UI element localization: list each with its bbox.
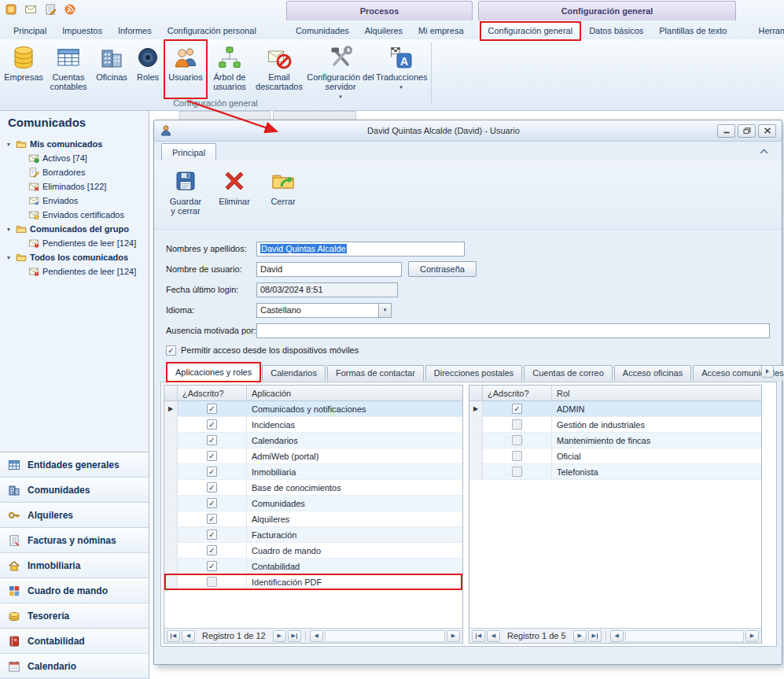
nav-item-entidades-generales[interactable]: Entidades generales (0, 452, 149, 478)
nav-item-contabilidad[interactable]: Contabilidad (0, 629, 149, 654)
column-header-adscrito[interactable]: ¿Adscrito? (178, 386, 247, 400)
grid-row-admin[interactable]: ▶✓ADMIN (469, 401, 761, 417)
grid-row-gesti-n-de-industriales[interactable]: Gestión de industriales (469, 417, 761, 433)
grid-row-telefonista[interactable]: Telefonista (469, 464, 761, 480)
row-checkbox[interactable]: ✓ (207, 404, 217, 414)
tree-item-pendientes-de-leer-124[interactable]: Pendientes de leer [124] (0, 236, 149, 250)
ribbon-tab-principal[interactable]: Principal (6, 23, 53, 39)
quick-access-button[interactable] (63, 2, 77, 17)
tree-item-mis-comunicados[interactable]: ▼Mis comunicados (0, 137, 149, 151)
nav-item-facturas-y-n-minas[interactable]: Facturas y nóminas (0, 528, 149, 553)
ribbon-tab-informes[interactable]: Informes (111, 23, 159, 39)
ribbon-button-empresas[interactable]: Empresas (3, 41, 44, 98)
pager-scroll-right-button[interactable]: ▶ (745, 630, 759, 642)
row-checkbox[interactable]: ✓ (207, 451, 217, 461)
ribbon-button-traducciones[interactable]: ATraducciones▼ (376, 41, 426, 98)
row-checkbox[interactable] (512, 451, 522, 461)
column-header-adscrito[interactable]: ¿Adscrito? (483, 386, 552, 400)
ribbon-tab-datos-b-sicos[interactable]: Datos básicos (582, 23, 650, 39)
quick-access-button[interactable] (4, 2, 18, 17)
pager-prev-button[interactable]: ◀ (182, 630, 195, 642)
nav-item-tesorer-a[interactable]: Tesorería (0, 603, 149, 629)
ausencia-motivada-por-input[interactable] (256, 323, 770, 338)
nav-item-calendario[interactable]: Calendario (0, 654, 149, 679)
nombres-y-apellidos-input[interactable]: David Quintas Alcalde (256, 242, 465, 256)
tab-cuentas-de-correo[interactable]: Cuentas de correo (524, 365, 613, 381)
pager-last-button[interactable]: ▶ (288, 630, 301, 642)
ribbon-tab-alquileres[interactable]: Alquileres (358, 23, 410, 39)
ribbon-tab-comunidades[interactable]: Comunidades (289, 23, 356, 39)
ribbon-tab-impuestos[interactable]: Impuestos (55, 23, 109, 39)
grid-row-base-de-conocimientos[interactable]: ✓Base de conocimientos (164, 480, 462, 496)
window-restore-button[interactable] (738, 124, 756, 138)
grid-row-contabilidad[interactable]: ✓Contabilidad (164, 559, 462, 574)
collapse-button[interactable] (756, 146, 771, 157)
row-checkbox[interactable]: ✓ (207, 530, 217, 540)
row-checkbox[interactable]: ✓ (512, 404, 522, 414)
row-checkbox[interactable]: ✓ (207, 435, 217, 445)
pager-prev-button[interactable]: ◀ (487, 630, 500, 642)
tree-item-eliminados-122[interactable]: Eliminados [122] (0, 179, 149, 194)
row-checkbox[interactable]: ✓ (207, 545, 217, 555)
tab-principal[interactable]: Principal (161, 143, 216, 161)
pager-last-button[interactable]: ▶ (588, 630, 602, 642)
ribbon-button-oficinas[interactable]: Oficinas (93, 41, 131, 98)
grid-row-admiweb-portal[interactable]: ✓AdmiWeb (portal) (164, 448, 462, 464)
toolbar-button-guardar-y-cerrar[interactable]: Guardar y cerrar (164, 165, 208, 229)
pager-scroll-right-button[interactable]: ▶ (447, 630, 460, 642)
row-checkbox[interactable] (512, 435, 522, 445)
ribbon-button-roles[interactable]: Roles (132, 41, 164, 98)
quick-access-button[interactable] (24, 2, 38, 17)
ribbon-button-cuentas-contables[interactable]: Cuentas contables (46, 41, 91, 98)
ribbon-button-email-descartados[interactable]: Email descartados (253, 41, 305, 98)
combo-dropdown-icon[interactable]: ▼ (378, 304, 391, 317)
ribbon-button-usuarios[interactable]: Usuarios (165, 41, 206, 98)
row-checkbox[interactable]: ✓ (207, 498, 217, 508)
row-checkbox[interactable]: ✓ (207, 561, 217, 571)
tree-item-comunicados-del-grupo[interactable]: ▼Comunicados del grupo (0, 222, 149, 236)
pager-scrollbar[interactable] (325, 630, 445, 642)
row-checkbox[interactable]: ✓ (207, 514, 217, 524)
grid-row-inmobiliaria[interactable]: ✓Inmobiliaria (164, 464, 462, 480)
pager-next-button[interactable]: ▶ (573, 630, 587, 642)
row-checkbox[interactable]: ✓ (207, 482, 217, 493)
tab-direcciones-postales[interactable]: Direcciones postales (425, 365, 523, 381)
row-checkbox[interactable]: ✓ (207, 467, 217, 477)
idioma-input[interactable]: Castellano▼ (256, 303, 392, 318)
grid-row-facturaci-n[interactable]: ✓Facturación (164, 527, 462, 543)
tree-item-todos-los-comunicados[interactable]: ▼Todos los comunicados (0, 250, 149, 264)
tab-formas-de-contactar[interactable]: Formas de contactar (327, 365, 424, 381)
window-close-button[interactable] (758, 124, 776, 138)
grid-row-mantenimiento-de-fincas[interactable]: Mantenimiento de fincas (469, 433, 761, 448)
ribbon-button-configuraci-n-del-servidor[interactable]: Configuración del servidor▼ (307, 41, 374, 101)
tree-item-borradores[interactable]: Borradores (0, 165, 149, 179)
grid-row-calendarios[interactable]: ✓Calendarios (164, 433, 462, 448)
nav-item-comunidades[interactable]: Comunidades (0, 478, 149, 503)
grid-row-oficial[interactable]: Oficial (469, 448, 761, 464)
grid-row-identificaci-n-pdf[interactable]: Identificación PDF (164, 574, 462, 590)
ribbon-tab-plantillas-de-texto[interactable]: Plantillas de texto (652, 23, 734, 39)
ribbon-tab-mi-empresa[interactable]: Mi empresa (411, 23, 470, 39)
toolbar-button-eliminar[interactable]: Eliminar (212, 165, 256, 229)
expander-icon[interactable]: ▼ (5, 227, 13, 232)
row-checkbox[interactable] (512, 419, 522, 430)
quick-access-button[interactable] (43, 2, 57, 17)
row-checkbox[interactable] (512, 467, 522, 477)
grid-row-comunicados-y-notificaciones[interactable]: ▶✓Comunicados y notificaciones (164, 401, 462, 417)
row-checkbox[interactable]: ✓ (207, 419, 217, 430)
grid-row-alquileres[interactable]: ✓Alquileres (164, 511, 462, 527)
tree-item-pendientes-de-leer-124[interactable]: Pendientes de leer [124] (0, 264, 149, 279)
tab-scroll-button[interactable] (761, 365, 774, 378)
pager-first-button[interactable]: ◀ (167, 630, 180, 642)
grid-row-incidencias[interactable]: ✓Incidencias (164, 417, 462, 433)
tab-calendarios[interactable]: Calendarios (262, 365, 326, 381)
nav-item-alquileres[interactable]: Alquileres (0, 503, 149, 528)
tab-acceso-oficinas[interactable]: Acceso oficinas (614, 365, 691, 381)
pager-scroll-left-button[interactable]: ◀ (610, 630, 624, 642)
expander-icon[interactable]: ▼ (5, 255, 13, 260)
column-header-rol[interactable]: Rol (552, 386, 761, 400)
grid-row-comunidades[interactable]: ✓Comunidades (164, 496, 462, 511)
ribbon-tab-configuraci-n-general[interactable]: Configuración general (480, 22, 581, 39)
column-header-aplicaci-n[interactable]: Aplicación (247, 386, 462, 400)
fecha-ltimo-login-input[interactable]: 08/03/2024 8:51 (256, 282, 398, 297)
